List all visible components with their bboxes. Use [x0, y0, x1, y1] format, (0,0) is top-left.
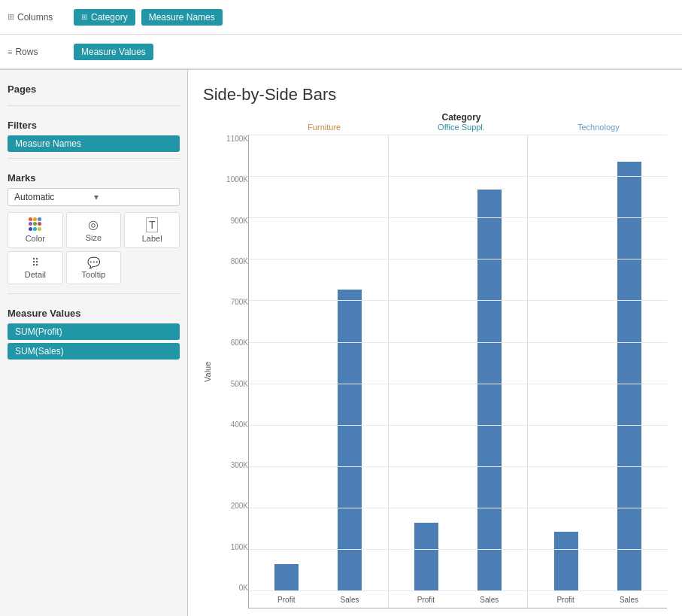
furniture-sales-label: Sales — [341, 596, 359, 604]
columns-icon: ⊞ — [8, 12, 14, 22]
measure-values-pill[interactable]: Measure Values — [74, 44, 153, 60]
label-button-label: Label — [142, 234, 162, 243]
all-bars-row: Profit Sales — [249, 135, 667, 608]
rows-shelf: ≡ Rows Measure Values — [0, 35, 682, 69]
marks-section: Marks Automatic ▾ — [8, 166, 180, 294]
tick-1100k: 1100K — [217, 135, 248, 143]
tick-500k: 500K — [217, 380, 248, 388]
office-bars — [389, 135, 528, 591]
tick-100k: 100K — [217, 543, 248, 551]
tooltip-button[interactable]: 💬 Tooltip — [66, 251, 122, 284]
tick-200k: 200K — [217, 502, 248, 510]
measure-values-section: Measure Values SUM(Profit) SUM(Sales) — [8, 302, 180, 369]
rows-icon: ≡ — [8, 47, 12, 56]
technology-profit-bar[interactable] — [554, 135, 578, 591]
filters-section: Filters Measure Names — [8, 114, 180, 159]
left-panel: Pages Filters Measure Names Marks Automa… — [0, 70, 188, 616]
sum-sales-pill[interactable]: SUM(Sales) — [8, 343, 180, 360]
label-icon: T — [146, 217, 159, 232]
size-icon: ◎ — [88, 217, 99, 232]
tick-400k: 400K — [217, 420, 248, 429]
size-button[interactable]: ◎ Size — [66, 212, 122, 248]
tooltip-button-label: Tooltip — [82, 270, 106, 279]
measure-names-filter-pill[interactable]: Measure Names — [8, 135, 180, 152]
marks-title: Marks — [8, 172, 180, 184]
category-pill[interactable]: ⊞ Category — [74, 9, 135, 26]
measure-values-title: Measure Values — [8, 308, 180, 319]
pages-title: Pages — [8, 83, 180, 95]
detail-icon: ⠿ — [32, 256, 39, 269]
chart-wrapper: Category Furniture Office Suppl. Technol… — [203, 112, 667, 608]
office-sales-bar[interactable] — [477, 135, 502, 591]
category-labels-row: Furniture Office Suppl. Technology — [256, 123, 667, 132]
technology-group: Profit Sales — [528, 135, 667, 608]
filters-title: Filters — [8, 120, 180, 131]
office-profit-bar-fill — [414, 523, 438, 591]
office-profit-label: Profit — [417, 596, 435, 604]
detail-button-label: Detail — [25, 270, 46, 279]
technology-profit-bar-fill — [554, 532, 578, 591]
technology-sales-label: Sales — [620, 596, 638, 604]
office-profit-bar[interactable] — [414, 135, 438, 591]
y-axis-label: Value — [203, 135, 217, 608]
furniture-category-label: Furniture — [256, 123, 393, 132]
category-header: Category — [256, 112, 667, 123]
tooltip-icon: 💬 — [87, 256, 100, 269]
size-button-label: Size — [86, 233, 102, 242]
technology-x-labels: Profit Sales — [528, 591, 667, 608]
tick-600k: 600K — [217, 338, 248, 347]
rows-label: ≡ Rows — [8, 47, 68, 57]
tick-700k: 700K — [217, 298, 248, 306]
category-header-row: Category — [256, 112, 667, 123]
technology-sales-bar-fill — [617, 162, 641, 591]
furniture-profit-label: Profit — [277, 596, 295, 604]
tick-1000k: 1000K — [217, 175, 248, 184]
y-axis-ticks: 0K 100K 200K 300K 400K 500K 600K 700K 80… — [217, 135, 248, 608]
office-x-labels: Profit Sales — [389, 591, 528, 608]
color-button-label: Color — [26, 234, 45, 243]
color-dots-icon — [29, 217, 42, 231]
office-group: Profit Sales — [389, 135, 529, 608]
detail-button[interactable]: ⠿ Detail — [8, 251, 63, 284]
tick-900k: 900K — [217, 217, 248, 225]
furniture-profit-bar-fill — [274, 564, 299, 591]
technology-profit-label: Profit — [556, 596, 574, 604]
furniture-bars — [249, 135, 388, 591]
color-button[interactable]: Color — [8, 212, 63, 248]
furniture-x-labels: Profit Sales — [249, 591, 388, 608]
furniture-sales-bar[interactable] — [338, 135, 362, 591]
measure-names-columns-pill[interactable]: Measure Names — [141, 9, 223, 26]
technology-category-label: Technology — [530, 123, 667, 132]
tick-800k: 800K — [217, 257, 248, 266]
tick-0k: 0K — [217, 584, 248, 592]
marks-type-dropdown[interactable]: Automatic ▾ — [8, 188, 180, 206]
tick-300k: 300K — [217, 461, 248, 469]
office-category-label: Office Suppl. — [393, 123, 529, 132]
marks-buttons-container: Color ◎ Size T Label ⠿ Detail — [8, 212, 180, 284]
chart-area: Side-by-Side Bars Category Furniture Off… — [188, 70, 682, 616]
office-sales-label: Sales — [480, 596, 499, 604]
furniture-profit-bar[interactable] — [274, 135, 299, 591]
technology-sales-bar[interactable] — [617, 135, 641, 591]
furniture-group: Profit Sales — [249, 135, 389, 608]
columns-label: ⊞ Columns — [8, 12, 68, 23]
technology-bars — [528, 135, 667, 591]
chart-title: Side-by-Side Bars — [203, 85, 667, 105]
office-sales-bar-fill — [477, 190, 502, 591]
sum-profit-pill[interactable]: SUM(Profit) — [8, 323, 180, 340]
pages-section: Pages — [8, 77, 180, 106]
furniture-sales-bar-fill — [338, 290, 362, 591]
chart-body: Value 0K 100K 200K 300K 400K 500K 600K 7… — [203, 135, 667, 608]
category-pill-icon: ⊞ — [81, 13, 87, 21]
marks-type-label: Automatic — [14, 192, 94, 202]
dropdown-arrow-icon: ▾ — [94, 192, 174, 202]
bars-grid-container: Profit Sales — [248, 135, 667, 608]
label-button[interactable]: T Label — [124, 212, 180, 248]
columns-shelf: ⊞ Columns ⊞ Category Measure Names — [0, 0, 682, 35]
